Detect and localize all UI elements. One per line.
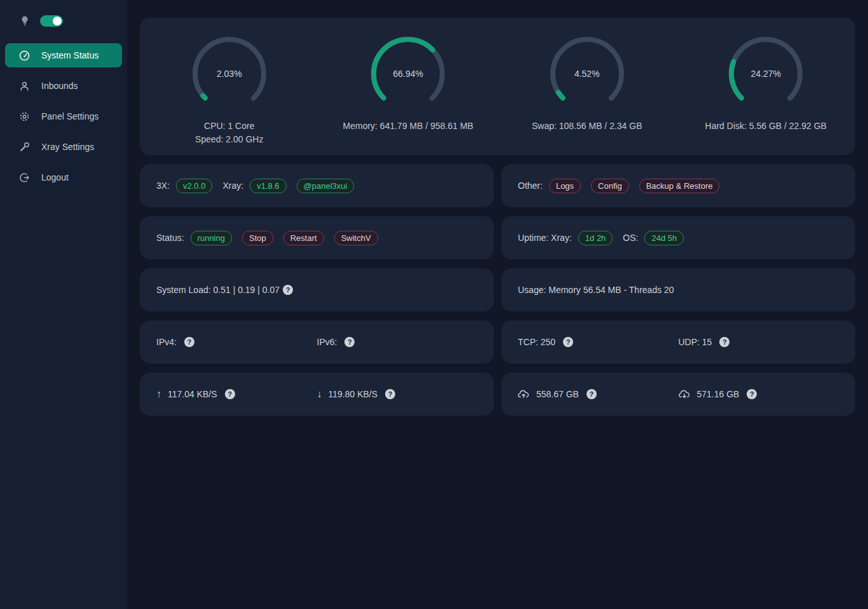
- traffic-total-card: 558.67 GB ? 571.16 GB ?: [501, 373, 855, 416]
- connections-card: TCP: 250 ? UDP: 15 ?: [501, 320, 855, 364]
- uptime-os-badge: 24d 5h: [644, 231, 684, 245]
- restart-button[interactable]: Restart: [283, 231, 324, 245]
- help-icon[interactable]: ?: [225, 389, 235, 399]
- usage-text: Usage: Memory 56.54 MB - Threads 20: [518, 285, 674, 295]
- xray-version-tag[interactable]: v1.8.6: [250, 179, 286, 193]
- sidebar-item-label: Xray Settings: [41, 142, 94, 152]
- cloud-upload-icon: [518, 389, 529, 399]
- switch-version-button[interactable]: SwitchV: [334, 231, 378, 245]
- version-card: 3X: v2.0.0 Xray: v1.8.6 @panel3xui: [140, 164, 494, 207]
- help-icon[interactable]: ?: [283, 285, 293, 295]
- backup-restore-tag[interactable]: Backup & Restore: [639, 179, 720, 193]
- download-total-text: 571.16 GB: [697, 389, 740, 399]
- 3x-label: 3X:: [156, 181, 170, 191]
- sidebar-item-label: Panel Settings: [41, 111, 98, 121]
- uptime-xray-badge: 1d 2h: [578, 231, 613, 245]
- xray-status-card: Status: running Stop Restart SwitchV: [140, 216, 494, 259]
- dark-mode-toggle[interactable]: [40, 15, 63, 27]
- help-icon[interactable]: ?: [719, 337, 729, 347]
- gauge-label: Swap: 108.56 MB / 2.34 GB: [532, 120, 642, 133]
- other-label: Other:: [518, 181, 543, 191]
- theme-toggle-row: [0, 14, 127, 28]
- help-icon[interactable]: ?: [587, 389, 597, 399]
- gauge-memory: 66.94% Memory: 641.79 MB / 958.61 MB: [319, 36, 498, 133]
- help-icon[interactable]: ?: [563, 337, 573, 347]
- udp-count-text: UDP: 15: [679, 337, 712, 347]
- upload-total-text: 558.67 GB: [536, 389, 579, 399]
- uptime-os-label: OS:: [623, 233, 638, 243]
- wrench-icon: [19, 142, 30, 153]
- bulb-icon: [20, 15, 30, 27]
- upload-arrow-icon: ↑: [156, 388, 161, 400]
- system-load-card: System Load: 0.51 | 0.19 | 0.07 ?: [140, 268, 494, 311]
- help-icon[interactable]: ?: [184, 337, 194, 347]
- gauge-label: Hard Disk: 5.56 GB / 22.92 GB: [705, 120, 827, 133]
- help-icon[interactable]: ?: [344, 337, 355, 347]
- help-icon[interactable]: ?: [385, 389, 395, 399]
- ipv4-label: IPv4:: [156, 337, 177, 347]
- sidebar-item-label: System Status: [41, 50, 98, 60]
- user-icon: [19, 81, 30, 92]
- usage-card: Usage: Memory 56.54 MB - Threads 20: [501, 268, 855, 311]
- system-load-text: System Load: 0.51 | 0.19 | 0.07: [156, 285, 280, 295]
- download-arrow-icon: ↓: [317, 388, 322, 400]
- speed-card: ↑ 117.04 KB/S ? ↓ 119.80 KB/S ?: [140, 373, 494, 416]
- sidebar: System Status Inbounds Panel Settings: [0, 0, 127, 609]
- gauge-label: Memory: 641.79 MB / 958.61 MB: [343, 120, 473, 133]
- sidebar-menu: System Status Inbounds Panel Settings: [0, 43, 127, 189]
- telegram-tag[interactable]: @panel3xui: [297, 179, 355, 193]
- resource-gauges-card: 2.03% CPU: 1 CoreSpeed: 2.00 GHz 66.94% …: [140, 18, 855, 155]
- sidebar-item-system-status[interactable]: System Status: [5, 43, 122, 67]
- gauge-hard-disk: 24.27% Hard Disk: 5.56 GB / 22.92 GB: [677, 36, 856, 133]
- gauge-swap: 4.52% Swap: 108.56 MB / 2.34 GB: [498, 36, 677, 133]
- tcp-count-text: TCP: 250: [518, 337, 555, 347]
- gear-icon: [19, 111, 30, 122]
- uptime-xray-label: Uptime: Xray:: [518, 233, 572, 243]
- gauge-label: CPU: 1 CoreSpeed: 2.00 GHz: [195, 120, 263, 146]
- gauge-percent: 2.03%: [191, 36, 268, 112]
- dashboard-icon: [19, 50, 30, 61]
- download-speed-text: 119.80 KB/S: [329, 389, 378, 399]
- status-label: Status:: [156, 233, 184, 243]
- gauge-percent: 4.52%: [549, 36, 625, 112]
- ip-card: IPv4: ? IPv6: ?: [140, 320, 494, 364]
- sidebar-item-logout[interactable]: Logout: [5, 165, 122, 189]
- cloud-download-icon: [679, 389, 690, 399]
- toggle-knob: [53, 17, 62, 25]
- gauge-percent: 24.27%: [728, 36, 804, 112]
- sidebar-item-xray-settings[interactable]: Xray Settings: [5, 135, 122, 159]
- sidebar-item-label: Inbounds: [41, 81, 78, 91]
- uptime-card: Uptime: Xray: 1d 2h OS: 24d 5h: [501, 216, 855, 259]
- xray-label: Xray:: [222, 181, 243, 191]
- ipv6-label: IPv6:: [317, 337, 337, 347]
- status-running-badge: running: [191, 231, 232, 245]
- sidebar-item-panel-settings[interactable]: Panel Settings: [5, 104, 122, 128]
- logout-icon: [19, 172, 30, 183]
- other-card: Other: Logs Config Backup & Restore: [501, 164, 855, 207]
- stop-button[interactable]: Stop: [242, 231, 273, 245]
- logs-tag[interactable]: Logs: [549, 179, 581, 193]
- gauge-percent: 66.94%: [370, 36, 446, 112]
- gauge-cpu: 2.03% CPU: 1 CoreSpeed: 2.00 GHz: [140, 36, 319, 146]
- sidebar-item-label: Logout: [41, 172, 69, 182]
- config-tag[interactable]: Config: [591, 179, 629, 193]
- 3x-version-tag[interactable]: v2.0.0: [176, 179, 212, 193]
- main-content: 2.03% CPU: 1 CoreSpeed: 2.00 GHz 66.94% …: [127, 0, 868, 609]
- sidebar-item-inbounds[interactable]: Inbounds: [5, 74, 122, 98]
- help-icon[interactable]: ?: [747, 389, 757, 399]
- upload-speed-text: 117.04 KB/S: [168, 389, 217, 399]
